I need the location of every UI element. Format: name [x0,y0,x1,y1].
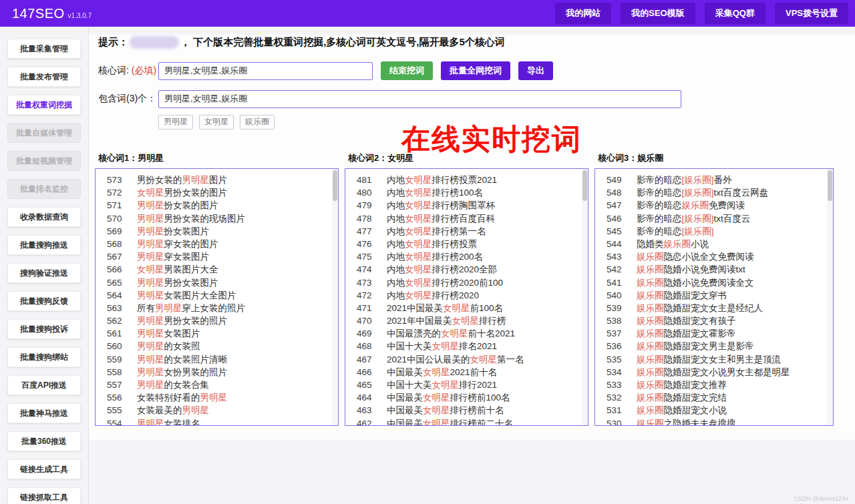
sidebar-item-2[interactable]: 批量发布管理 [7,67,81,87]
keyword-row[interactable]: 474内地女明星排行榜2020全部 [345,263,588,276]
keyword-row[interactable]: 535娱乐圈隐婚甜宠文女主和男主是顶流 [595,353,833,366]
include-tag-1[interactable]: 男明星 [158,115,193,130]
keyword-row[interactable]: 540娱乐圈隐婚甜宠文穿书 [595,289,833,302]
keyword-highlight: 男明星 [137,340,164,352]
keyword-row[interactable]: 559男明星的女装照片清晰 [96,353,338,366]
keyword-row[interactable]: 548影帝的暗恋[娱乐圈]txt百度云网盘 [595,186,833,199]
core-words-input[interactable] [158,62,373,80]
keyword-row[interactable]: 469中国最漂亮的女明星前十名2021 [345,327,588,340]
keyword-text-pre: 内地 [387,263,405,276]
keyword-row[interactable]: 566女明星男装图片大全 [96,263,338,276]
keyword-row[interactable]: 531娱乐圈隐婚甜宠文小说 [595,404,833,417]
keyword-highlight: 女明星 [441,327,468,340]
keyword-row[interactable]: 546影帝的暗恋[娱乐圈]txt百度云 [595,212,833,225]
sidebar-item-7[interactable]: 收录数据查询 [7,207,81,227]
include-tag-2[interactable]: 女明星 [199,115,234,130]
keyword-row[interactable]: 564男明星女装图片大全图片 [96,289,338,302]
keyword-row[interactable]: 554男明星女装排名 [96,417,338,426]
keyword-row[interactable]: 572女明星男扮女装的图片 [96,186,338,199]
keyword-row[interactable]: 478内地女明星排行榜百度百科 [345,212,588,225]
keyword-row[interactable]: 565男明星男扮女装图片 [96,276,338,289]
keyword-row[interactable]: 543娱乐圈隐恋小说全文免费阅读 [595,250,833,263]
keyword-row[interactable]: 534娱乐圈隐婚甜宠文小说男女主都是明星 [595,366,833,379]
keyword-row[interactable]: 476内地女明星排行榜投票 [345,238,588,250]
keyword-row[interactable]: 477内地女明星排行榜第一名 [345,225,588,238]
keyword-row[interactable]: 481内地女明星排行榜投票2021 [345,174,588,186]
sidebar-item-12[interactable]: 批量搜狗绑站 [7,347,81,367]
keyword-text-post: 男扮女装的现场图片 [164,212,246,225]
keyword-row[interactable]: 537娱乐圈隐婚甜宠文霍影帝 [595,327,833,340]
keyword-row[interactable]: 561男明星女装图片 [96,327,338,340]
keyword-row[interactable]: 464中国最美女明星排行榜前100名 [345,391,588,404]
keyword-row[interactable]: 539娱乐圈隐婚甜宠文女主是经纪人 [595,302,833,314]
header-nav-button-3[interactable]: 采集QQ群 [705,3,765,24]
keyword-row[interactable]: 542娱乐圈隐婚小说免费阅读txt [595,263,833,276]
keyword-row[interactable]: 556女装特别好看的男明星 [96,391,338,404]
keyword-row[interactable]: 536娱乐圈隐婚甜宠文男主是影帝 [595,340,833,352]
keyword-row[interactable]: 567男明星穿女装图片 [96,250,338,263]
keyword-row[interactable]: 4712021中国最美女明星前100名 [345,302,588,314]
keyword-row[interactable]: 465中国十大美女明星排行2021 [345,379,588,391]
include-tag-3[interactable]: 娱乐圈 [240,115,275,130]
keyword-row[interactable]: 538娱乐圈隐婚甜宠文有孩子 [595,314,833,327]
sidebar-item-13[interactable]: 百度API推送 [7,375,81,395]
keyword-highlight: 娱乐圈 [637,327,664,340]
sidebar-item-14[interactable]: 批量神马推送 [7,403,81,423]
export-button[interactable]: 导出 [518,61,553,80]
keyword-row[interactable]: 541娱乐圈隐婚小说免费阅读全文 [595,276,833,289]
keyword-text-post: 2021前十名 [450,366,498,379]
keyword-row[interactable]: 530娱乐圈之隐婚夫夫盘搜搜 [595,417,833,426]
keyword-row[interactable]: 462中国最美女明星排行榜前二十名 [345,417,588,426]
sidebar-item-9[interactable]: 搜狗验证推送 [7,263,81,283]
keyword-row[interactable]: 569男明星扮女装图片 [96,225,338,238]
keyword-row[interactable]: 472内地女明星排行榜2020 [345,289,588,302]
batch-dig-button[interactable]: 批量全网挖词 [441,61,510,80]
keyword-row[interactable]: 4702021年中国最美女明星排行榜 [345,314,588,327]
keyword-row[interactable]: 560男明星的女装照 [96,340,338,352]
keyword-row[interactable]: 4672021中国公认最美的女明星第一名 [345,353,588,366]
keyword-row[interactable]: 479内地女明星排行榜胸围罩杯 [345,199,588,212]
stop-digging-button[interactable]: 结束挖词 [381,61,433,80]
keyword-row[interactable]: 545影帝的暗恋[娱乐圈] [595,225,833,238]
keyword-row[interactable]: 558男明星女扮男装的照片 [96,366,338,379]
sidebar-item-10[interactable]: 批量搜狗反馈 [7,291,81,311]
sidebar-item-11[interactable]: 批量搜狗投诉 [7,319,81,339]
include-words-input[interactable] [158,90,681,108]
keyword-row[interactable]: 562男明星男扮女装的照片 [96,314,338,327]
keyword-row[interactable]: 463中国最美女明星排行榜前十名 [345,404,588,417]
keyword-row[interactable]: 480内地女明星排行榜100名 [345,186,588,199]
sidebar-item-17[interactable]: 链接抓取工具 [7,487,81,504]
list-scrollbar[interactable] [827,169,833,425]
keyword-row[interactable]: 544隐婚类娱乐圈小说 [595,238,833,250]
scrollbar-thumb[interactable] [582,170,587,201]
sidebar-item-16[interactable]: 链接生成工具 [7,459,81,479]
keyword-row[interactable]: 533娱乐圈隐婚甜宠文推荐 [595,379,833,391]
keyword-row[interactable]: 563所有男明星穿上女装的照片 [96,302,338,314]
scrollbar-thumb[interactable] [333,170,337,201]
sidebar-item-15[interactable]: 批量360推送 [7,431,81,451]
keyword-row[interactable]: 473内地女明星排行榜2020前100 [345,276,588,289]
keyword-row[interactable]: 532娱乐圈隐婚甜宠文完结 [595,391,833,404]
keyword-row[interactable]: 568男明星穿女装的图片 [96,238,338,250]
header-nav-button-1[interactable]: 我的网站 [555,3,611,24]
scrollbar-thumb[interactable] [828,170,832,201]
keyword-highlight: 男明星 [137,225,164,238]
sidebar-item-1[interactable]: 批量采集管理 [7,39,81,59]
header-nav-button-2[interactable]: 我的SEO模版 [621,3,695,24]
keyword-row[interactable]: 555女装最美的男明星 [96,404,338,417]
header-nav-button-4[interactable]: VPS拨号设置 [775,3,848,24]
keyword-row[interactable]: 475内地女明星排行榜200名 [345,250,588,263]
keyword-row[interactable]: 573男扮女装的男明星图片 [96,174,338,186]
keyword-row[interactable]: 468中国十大美女明星排名2021 [345,340,588,352]
list-scrollbar[interactable] [332,169,338,425]
list-scrollbar[interactable] [582,169,588,425]
keyword-highlight: 女明星 [405,250,432,263]
keyword-row[interactable]: 549影帝的暗恋[娱乐圈]番外 [595,174,833,186]
keyword-row[interactable]: 466中国最美女明星2021前十名 [345,366,588,379]
keyword-row[interactable]: 571男明星扮女装的图片 [96,199,338,212]
sidebar-item-8[interactable]: 批量搜狗推送 [7,235,81,255]
keyword-row[interactable]: 570男明星男扮女装的现场图片 [96,212,338,225]
sidebar-item-3[interactable]: 批量权重词挖掘 [7,95,81,115]
keyword-row[interactable]: 557男明星的女装合集 [96,379,338,391]
keyword-row[interactable]: 547影帝的暗恋娱乐圈免费阅读 [595,199,833,212]
